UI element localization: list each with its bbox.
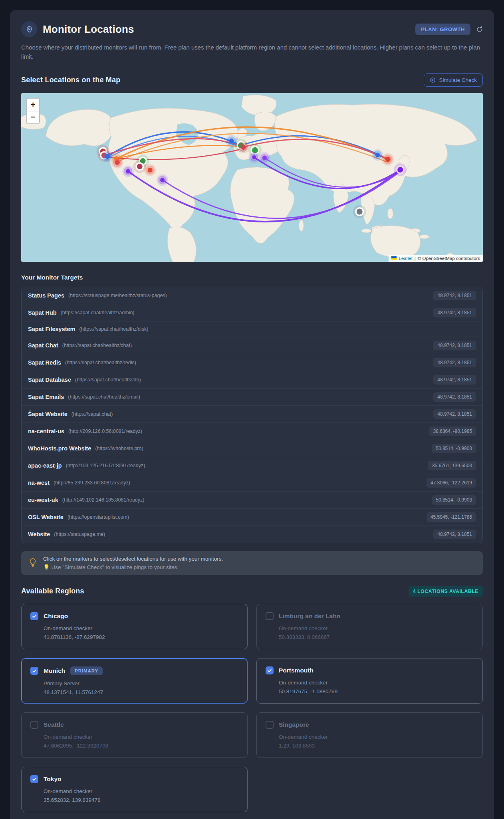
- target-name: Sapat Database: [28, 377, 71, 383]
- map-marker-eu-purple-a[interactable]: [249, 152, 260, 163]
- map-zoom-control: + −: [26, 98, 40, 124]
- targets-heading: Your Monitor Targets: [21, 274, 483, 281]
- header-left: Monitor Locations: [21, 21, 134, 37]
- target-name: eu-west-uk: [28, 497, 58, 503]
- world-landmass: [21, 95, 477, 262]
- zoom-in-button[interactable]: +: [27, 99, 39, 111]
- leaflet-link[interactable]: Leaflet: [399, 256, 413, 261]
- target-name: Website: [28, 531, 50, 537]
- map-marker-uk-red[interactable]: [238, 141, 250, 153]
- target-name: Sapat Filesystem: [28, 326, 75, 332]
- checkbox-unchecked[interactable]: [30, 721, 38, 729]
- region-coordinates: 47.6062095, -122.3320708: [44, 743, 238, 749]
- page-title: Monitor Locations: [43, 23, 134, 36]
- region-coordinates: 50.8197675, -1.0880769: [279, 688, 474, 694]
- header-right: PLAN: GROWTH: [415, 24, 483, 35]
- zoom-out-button[interactable]: −: [27, 111, 39, 123]
- target-row: na-central-us(http://209.126.0.56:8081/r…: [22, 423, 482, 440]
- target-url: (https://sapat.chat): [71, 411, 113, 417]
- target-row: Sapat Filesystem(https://sapat.chat/heal…: [22, 321, 482, 337]
- target-url: (https://sapat.chat/healthz/disk): [79, 326, 148, 332]
- target-url: (http://209.126.0.56:8081/readyz): [68, 428, 142, 434]
- target-url: (http://103.125.216.51:8081/readyz): [66, 463, 145, 468]
- target-name: na-central-us: [28, 428, 64, 434]
- map-marker-us-purple-gulf[interactable]: [157, 174, 168, 186]
- region-card-chicago[interactable]: ChicagoOn-demand checker41.8781136, -87.…: [21, 604, 248, 649]
- target-coordinates-badge: 50.8514, -0.9903: [432, 495, 476, 505]
- tip-box: Click on the markers to select/deselect …: [21, 551, 483, 575]
- checkbox-checked[interactable]: [266, 666, 274, 674]
- region-coordinates: 48.1371541, 11.5761247: [44, 689, 238, 695]
- refresh-icon[interactable]: [476, 26, 483, 33]
- region-card-top: Singapore: [266, 721, 474, 729]
- region-card-tokyo[interactable]: TokyoOn-demand checker35.652832, 139.839…: [21, 767, 248, 812]
- target-row: apac-east-jp(http://103.125.216.51:8081/…: [22, 457, 482, 474]
- map-marker-tokyo-purple[interactable]: [394, 163, 407, 176]
- leaflet-map[interactable]: + − Leaflet | © OpenStreetMap contributo…: [21, 93, 483, 262]
- target-url: (https://sapat.chat/healthz/chat): [62, 343, 132, 348]
- region-card-top: Tokyo: [30, 775, 238, 783]
- region-card-singapore[interactable]: SingaporeOn-demand checker1.29, 103.8503: [256, 712, 483, 758]
- lightbulb-icon: [28, 557, 37, 569]
- target-name: Sapat Chat: [28, 342, 58, 349]
- target-url: (https://statuspage.me/healthz/status-pa…: [68, 293, 167, 298]
- region-type: On-demand checker: [279, 680, 474, 686]
- map-marker-us-purple-west[interactable]: [122, 165, 134, 177]
- region-card-top: MunichPRIMARY: [30, 666, 238, 675]
- region-coordinates: 1.29, 103.8503: [279, 743, 474, 749]
- target-coordinates-badge: 48.9742, 8.1851: [433, 308, 476, 317]
- map-marker-us-southeast-red[interactable]: [144, 164, 156, 176]
- region-card-munich[interactable]: MunichPRIMARYPrimary Server48.1371541, 1…: [21, 658, 248, 704]
- location-pin-icon: [21, 21, 37, 37]
- target-name: Sapat Emails: [28, 394, 64, 400]
- target-url: (https://sapat.chat/healthz/admin): [61, 310, 135, 315]
- target-coordinates-badge: 48.9742, 8.1851: [433, 358, 476, 367]
- region-name: Seattle: [44, 721, 64, 728]
- target-coordinates-badge: 38.6364, -90.1985: [429, 426, 476, 436]
- target-coordinates-badge: 48.9742, 8.1851: [433, 529, 476, 539]
- primary-badge: PRIMARY: [70, 666, 103, 675]
- target-row: Sapat Redis(https://sapat.chat/healthz/r…: [22, 354, 482, 371]
- target-coordinates-badge: 47.3066, -122.2619: [427, 478, 476, 488]
- target-row: Status Pages(https://statuspage.me/healt…: [22, 287, 482, 304]
- monitor-targets-list: Status Pages(https://statuspage.me/healt…: [21, 287, 483, 543]
- target-coordinates-badge: 45.5945, -121.1786: [427, 512, 476, 522]
- header: Monitor Locations PLAN: GROWTH: [21, 21, 483, 37]
- checkbox-unchecked[interactable]: [266, 612, 274, 620]
- region-card-portsmouth[interactable]: PortsmouthOn-demand checker50.8197675, -…: [256, 658, 483, 704]
- region-type: On-demand checker: [44, 625, 238, 631]
- checkbox-checked[interactable]: [30, 612, 38, 620]
- map-marker-eu-purple-b[interactable]: [259, 152, 270, 163]
- play-circle-icon: [430, 77, 436, 83]
- region-coordinates: 35.652832, 139.839478: [44, 797, 238, 803]
- checkbox-checked[interactable]: [30, 775, 38, 783]
- tip-lines: Click on the markers to select/deselect …: [43, 556, 223, 570]
- target-name: Sapat Hub: [28, 309, 57, 316]
- target-url: (http://85.239.233.60:8081/readyz): [54, 480, 130, 486]
- region-type: Primary Server: [44, 680, 238, 686]
- map-marker-singapore-gray[interactable]: [353, 205, 366, 218]
- world-map-svg: [21, 93, 483, 262]
- map-marker-asia-blue[interactable]: [372, 149, 383, 161]
- page: Monitor Locations PLAN: GROWTH Choose wh…: [0, 0, 504, 819]
- target-row: Sapat Database(https://sapat.chat/health…: [22, 371, 482, 389]
- target-url: (https://statuspage.me): [54, 531, 105, 537]
- target-coordinates-badge: 48.9742, 8.1851: [433, 341, 476, 350]
- simulate-check-button[interactable]: Simulate Check: [424, 73, 483, 87]
- description: Choose where your distributed monitors w…: [21, 43, 483, 61]
- target-url: (https://openstartuplist.com): [67, 514, 129, 520]
- region-name: Munich: [44, 667, 65, 674]
- target-row: Šapat Website(https://sapat.chat)48.9742…: [22, 406, 482, 423]
- region-card-seattle[interactable]: SeattleOn-demand checker47.6062095, -122…: [21, 712, 248, 758]
- region-card-limburg-an-der-lahn[interactable]: Limburg an der LahnOn-demand checker50.3…: [256, 604, 483, 649]
- target-row: Sapat Hub(https://sapat.chat/healthz/adm…: [22, 304, 482, 321]
- tip-line-2: 💡 Use "Simulate Check" to visualize ping…: [43, 564, 223, 570]
- target-coordinates-badge: 48.9742, 8.1851: [433, 392, 476, 402]
- map-marker-us-red[interactable]: [111, 157, 123, 169]
- regions-title: Available Regions: [21, 587, 84, 595]
- osm-attribution: © OpenStreetMap contributors: [418, 256, 480, 261]
- checkbox-unchecked[interactable]: [266, 721, 274, 729]
- map-marker-korea-red[interactable]: [382, 153, 394, 165]
- ukraine-flag-icon: [391, 256, 397, 260]
- checkbox-checked[interactable]: [30, 667, 38, 675]
